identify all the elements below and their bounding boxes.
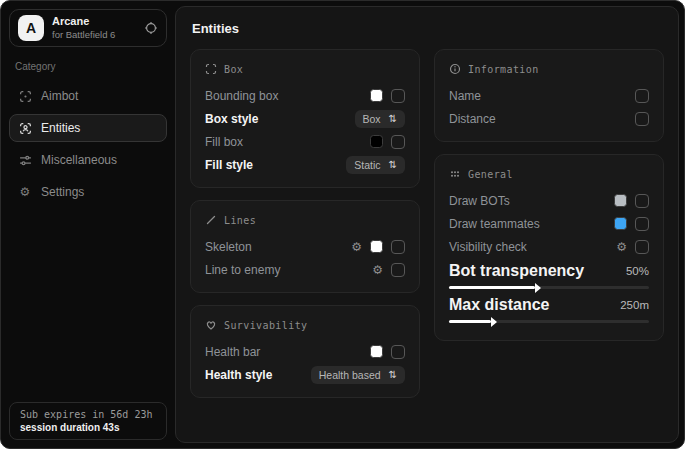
setting-row-distance: Distance — [449, 107, 649, 130]
section-title: Information — [468, 64, 539, 75]
bounding-box-checkbox[interactable] — [391, 89, 405, 103]
information-card: Information Name Distance — [434, 49, 664, 142]
general-card: General Draw BOTs Draw teammates — [434, 154, 664, 341]
line-to-enemy-checkbox[interactable] — [391, 263, 405, 277]
chevron-updown-icon: ⇅ — [389, 114, 397, 124]
sidebar-item-settings[interactable]: ⚙ Settings — [9, 178, 167, 206]
dropdown-value: Box — [363, 113, 381, 125]
chevron-updown-icon: ⇅ — [389, 370, 397, 380]
color-swatch[interactable] — [370, 240, 383, 253]
setting-row-bot-transparency: Bot transpenency 50% — [449, 261, 649, 289]
survivability-card-header: Survivability — [205, 319, 405, 331]
draw-teammates-checkbox[interactable] — [635, 217, 649, 231]
setting-row-name: Name — [449, 84, 649, 107]
heart-icon — [205, 319, 217, 331]
slider-value: 50% — [626, 265, 649, 277]
crosshair-icon — [18, 90, 32, 103]
visibility-check-checkbox[interactable] — [635, 240, 649, 254]
gear-icon[interactable]: ⚙ — [616, 241, 627, 253]
app-window: A Arcane for Battlefield 6 Category Aimb — [0, 0, 685, 449]
setting-label: Max distance — [449, 296, 549, 314]
setting-label: Fill box — [205, 135, 243, 149]
app-subtitle: for Battlefield 6 — [52, 29, 136, 41]
page-title: Entities — [192, 21, 664, 36]
setting-row-draw-bots: Draw BOTs — [449, 189, 649, 212]
bot-transparency-slider[interactable] — [449, 286, 649, 289]
color-swatch[interactable] — [614, 194, 627, 207]
sidebar: A Arcane for Battlefield 6 Category Aimb — [1, 1, 175, 448]
bounding-corners-icon — [205, 63, 217, 75]
setting-label: Fill style — [205, 158, 253, 172]
color-swatch[interactable] — [614, 217, 627, 230]
app-name: Arcane — [52, 15, 136, 29]
color-swatch[interactable] — [370, 345, 383, 358]
sidebar-item-label: Miscellaneous — [41, 153, 117, 167]
setting-row-health-bar: Health bar — [205, 340, 405, 363]
section-title: Survivability — [224, 320, 307, 331]
gear-icon: ⚙ — [18, 186, 32, 198]
setting-label: Distance — [449, 112, 496, 126]
setting-label: Visibility check — [449, 240, 527, 254]
scan-person-icon — [18, 122, 32, 135]
setting-row-visibility-check: Visibility check ⚙ — [449, 235, 649, 258]
chevron-updown-icon: ⇅ — [389, 160, 397, 170]
slider-fill — [449, 286, 535, 289]
color-swatch[interactable] — [370, 135, 383, 148]
sidebar-item-aimbot[interactable]: Aimbot — [9, 82, 167, 110]
setting-row-line-to-enemy: Line to enemy ⚙ — [205, 258, 405, 281]
draw-bots-checkbox[interactable] — [635, 194, 649, 208]
slider-value: 250m — [620, 299, 649, 311]
avatar: A — [18, 15, 44, 41]
subscription-status-card: Sub expires in 56d 23h session duration … — [9, 402, 167, 440]
dropdown-value: Static — [354, 159, 380, 171]
setting-label: Draw BOTs — [449, 194, 510, 208]
setting-label: Draw teammates — [449, 217, 540, 231]
setting-label: Bounding box — [205, 89, 278, 103]
box-card-header: Box — [205, 63, 405, 75]
section-title: Lines — [224, 215, 256, 226]
category-label: Category — [15, 61, 161, 72]
setting-row-fill-style: Fill style Static ⇅ — [205, 153, 405, 176]
distance-checkbox[interactable] — [635, 112, 649, 126]
lines-card-header: Lines — [205, 214, 405, 226]
setting-row-box-style: Box style Box ⇅ — [205, 107, 405, 130]
setting-row-fill-box: Fill box — [205, 130, 405, 153]
section-title: General — [468, 169, 513, 180]
section-title: Box — [224, 64, 243, 75]
setting-label: Skeleton — [205, 240, 252, 254]
health-bar-checkbox[interactable] — [391, 345, 405, 359]
sub-expiry-text: Sub expires in 56d 23h — [20, 409, 156, 420]
max-distance-slider[interactable] — [449, 320, 649, 323]
sliders-icon — [18, 154, 32, 167]
skeleton-checkbox[interactable] — [391, 240, 405, 254]
sidebar-item-entities[interactable]: Entities — [9, 114, 167, 142]
fill-box-checkbox[interactable] — [391, 135, 405, 149]
health-style-dropdown[interactable]: Health based ⇅ — [311, 366, 405, 384]
gear-icon[interactable]: ⚙ — [351, 241, 362, 253]
sidebar-item-miscellaneous[interactable]: Miscellaneous — [9, 146, 167, 174]
survivability-card: Survivability Health bar Health style He… — [190, 305, 420, 398]
crosshair-target-icon[interactable] — [144, 21, 158, 35]
color-swatch[interactable] — [370, 89, 383, 102]
setting-label: Bot transpenency — [449, 262, 584, 280]
info-circle-icon — [449, 63, 461, 75]
columns: Box Bounding box Box style Box ⇅ — [190, 49, 664, 398]
information-card-header: Information — [449, 63, 649, 75]
slider-fill — [449, 320, 491, 323]
fill-style-dropdown[interactable]: Static ⇅ — [346, 156, 405, 174]
setting-label: Name — [449, 89, 481, 103]
setting-label: Health bar — [205, 345, 260, 359]
dots-grid-icon — [449, 168, 461, 180]
app-meta: Arcane for Battlefield 6 — [52, 15, 136, 41]
diagonal-line-icon — [205, 214, 217, 226]
box-card: Box Bounding box Box style Box ⇅ — [190, 49, 420, 188]
name-checkbox[interactable] — [635, 89, 649, 103]
setting-row-draw-teammates: Draw teammates — [449, 212, 649, 235]
main-panel: Entities Box Bounding box — [175, 6, 679, 443]
setting-label: Line to enemy — [205, 263, 280, 277]
box-style-dropdown[interactable]: Box ⇅ — [355, 110, 405, 128]
lines-card: Lines Skeleton ⚙ Line to enemy ⚙ — [190, 200, 420, 293]
setting-label: Health style — [205, 368, 272, 382]
gear-icon[interactable]: ⚙ — [372, 264, 383, 276]
general-card-header: General — [449, 168, 649, 180]
